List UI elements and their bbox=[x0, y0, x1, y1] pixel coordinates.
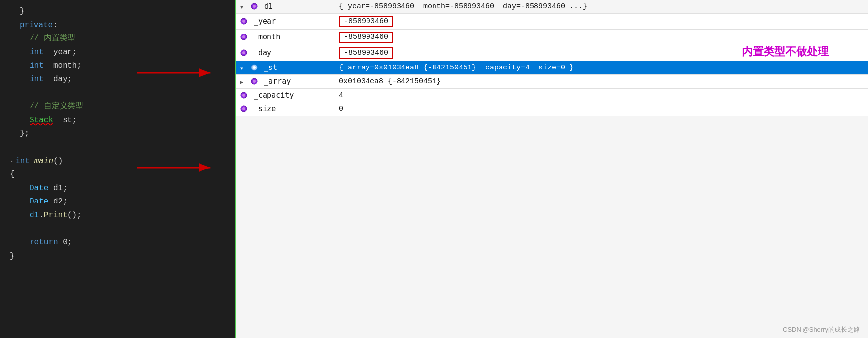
attribution: CSDN @Sherry的成长之路 bbox=[783, 325, 860, 334]
code-line-comment: // 内置类型 bbox=[0, 32, 235, 46]
code-line-empty2 bbox=[0, 141, 235, 155]
code-line-date-d2: Date d2; bbox=[0, 195, 235, 209]
debug-value-d1: {_year=-858993460 _month=-858993460 _day… bbox=[335, 0, 868, 14]
debug-row-array[interactable]: ▶ _array 0x01034ea8 {-842150451} bbox=[236, 75, 868, 89]
debug-name-capacity: _capacity bbox=[236, 89, 335, 102]
debug-row-size[interactable]: _size 0 bbox=[236, 102, 868, 116]
icon-st bbox=[251, 64, 262, 72]
debug-row-year[interactable]: _year -858993460 bbox=[236, 14, 868, 30]
code-line-return: return 0; bbox=[0, 236, 235, 250]
debug-value-size: 0 bbox=[335, 102, 868, 116]
code-line-month: int _month; bbox=[0, 59, 235, 73]
code-line: } bbox=[0, 5, 235, 19]
code-line-close-brace: } bbox=[0, 250, 235, 264]
code-line-open-brace: { bbox=[0, 168, 235, 182]
code-line-day: int _day; bbox=[0, 73, 235, 87]
debug-row-d1[interactable]: ▼ d1 {_year=-858993460 _month=-858993460… bbox=[236, 0, 868, 14]
icon-day bbox=[240, 49, 252, 58]
debug-row-capacity[interactable]: _capacity 4 bbox=[236, 89, 868, 102]
svg-point-13 bbox=[253, 66, 256, 69]
code-panel: } private: // 内置类型 int _year; int _month… bbox=[0, 0, 236, 338]
debug-name-year: _year bbox=[236, 14, 335, 30]
code-line-year: int _year; bbox=[0, 46, 235, 60]
var-size: _size bbox=[254, 104, 276, 113]
var-month: _month bbox=[254, 33, 280, 41]
code-line-stack: Stack _st; bbox=[0, 114, 235, 128]
debug-name-size: _size bbox=[236, 102, 335, 116]
var-day: _day bbox=[254, 48, 271, 57]
code-line-comment2: // 自定义类型 bbox=[0, 100, 235, 114]
debug-row-month[interactable]: _month -858993460 bbox=[236, 30, 868, 45]
var-capacity: _capacity bbox=[254, 91, 294, 100]
icon-size bbox=[240, 105, 252, 114]
debug-value-capacity: 4 bbox=[335, 89, 868, 102]
var-d1: d1 bbox=[264, 2, 273, 11]
code-line-main: ▪int main() bbox=[0, 155, 235, 169]
code-line-end: }; bbox=[0, 127, 235, 141]
var-st: _st bbox=[264, 63, 277, 72]
code-line-print: d1.Print(); bbox=[0, 209, 235, 223]
main-container: } private: // 内置类型 int _year; int _month… bbox=[0, 0, 868, 338]
debug-value-array: 0x01034ea8 {-842150451} bbox=[335, 75, 868, 89]
code-line-date-d1: Date d1; bbox=[0, 182, 235, 196]
annotation-text: 内置类型不做处理 bbox=[742, 44, 829, 59]
debug-name-st: ▼ _st bbox=[236, 61, 335, 75]
debug-name-d1: ▼ d1 bbox=[236, 0, 335, 14]
debug-name-day: _day bbox=[236, 45, 335, 61]
var-year: _year bbox=[254, 17, 276, 26]
code-line-empty bbox=[0, 87, 235, 101]
svg-point-9 bbox=[242, 35, 245, 38]
svg-point-11 bbox=[242, 51, 245, 54]
icon-capacity bbox=[240, 92, 252, 100]
icon-month bbox=[240, 34, 252, 42]
debug-value-year: -858993460 bbox=[335, 14, 868, 30]
svg-point-19 bbox=[242, 107, 245, 110]
svg-point-7 bbox=[242, 20, 245, 23]
debug-value-month: -858993460 bbox=[335, 30, 868, 45]
icon-array bbox=[251, 78, 262, 86]
var-array: _array bbox=[264, 77, 291, 86]
icon-d1 bbox=[251, 3, 262, 11]
debug-panel: ▼ d1 {_year=-858993460 _month=-858993460… bbox=[236, 0, 868, 338]
debug-name-array: ▶ _array bbox=[236, 75, 335, 89]
svg-point-15 bbox=[253, 80, 256, 83]
icon-year bbox=[240, 18, 252, 26]
debug-name-month: _month bbox=[236, 30, 335, 45]
svg-point-5 bbox=[253, 5, 256, 8]
debug-row-st[interactable]: ▼ _st {_array=0x01034ea8 {-842150451} _c… bbox=[236, 61, 868, 75]
svg-point-17 bbox=[242, 94, 245, 97]
code-line-empty3 bbox=[0, 223, 235, 237]
code-line: private: bbox=[0, 19, 235, 33]
debug-value-st: {_array=0x01034ea8 {-842150451} _capacit… bbox=[335, 61, 868, 75]
